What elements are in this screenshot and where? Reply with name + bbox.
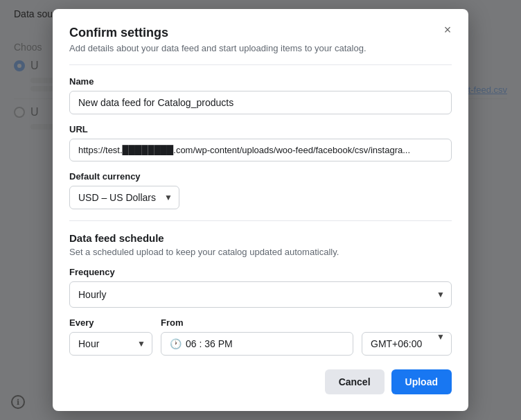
modal-subtitle: Add details about your data feed and sta… xyxy=(69,43,452,53)
timezone-group: GMT+06:00 GMT+00:00 GMT+05:30 GMT+08:00 … xyxy=(362,318,452,356)
url-field-group: URL xyxy=(69,124,452,161)
currency-select[interactable]: USD – US Dollars xyxy=(69,186,179,209)
frequency-select-wrapper: Hourly Daily Weekly ▼ xyxy=(69,281,452,308)
url-label: URL xyxy=(69,124,452,134)
every-label: Every xyxy=(69,317,152,328)
timezone-select[interactable]: GMT+06:00 GMT+00:00 GMT+05:30 GMT+08:00 xyxy=(362,332,452,356)
currency-field-group: Default currency USD – US Dollars ▼ xyxy=(69,171,452,209)
from-group: From 🕐 06 : 36 PM xyxy=(161,317,353,356)
timezone-select-wrapper: GMT+06:00 GMT+00:00 GMT+05:30 GMT+08:00 … xyxy=(362,318,452,356)
modal-footer: Cancel Upload xyxy=(69,369,452,394)
every-select[interactable]: Hour 2 Hours 3 Hours 4 Hours 6 Hours 8 H… xyxy=(69,332,152,356)
schedule-title: Data feed schedule xyxy=(69,232,452,244)
modal-dialog: × Confirm settings Add details about you… xyxy=(53,9,468,411)
name-label: Name xyxy=(69,76,452,87)
page-background: Data sources > Upload data feed Choos U … xyxy=(0,0,521,420)
cancel-button[interactable]: Cancel xyxy=(325,369,385,394)
close-button[interactable]: × xyxy=(438,20,457,40)
currency-select-wrapper: USD – US Dollars ▼ xyxy=(69,186,179,209)
time-value: 06 : 36 PM xyxy=(186,338,233,349)
frequency-label: Frequency xyxy=(69,267,452,277)
divider-1 xyxy=(69,64,452,65)
schedule-section: Data feed schedule Set a scheduled uploa… xyxy=(69,232,452,356)
time-input[interactable]: 🕐 06 : 36 PM xyxy=(161,332,353,356)
name-field-group: Name xyxy=(69,76,452,114)
modal-title: Confirm settings xyxy=(69,26,452,40)
from-label: From xyxy=(161,317,353,328)
every-select-wrapper: Hour 2 Hours 3 Hours 4 Hours 6 Hours 8 H… xyxy=(69,332,152,356)
frequency-select[interactable]: Hourly Daily Weekly xyxy=(69,281,452,308)
every-group: Every Hour 2 Hours 3 Hours 4 Hours 6 Hou… xyxy=(69,317,152,356)
modal-overlay: × Confirm settings Add details about you… xyxy=(0,0,521,420)
upload-button[interactable]: Upload xyxy=(391,369,452,394)
url-input[interactable] xyxy=(69,139,452,161)
name-input[interactable] xyxy=(69,91,452,114)
clock-icon: 🕐 xyxy=(170,338,182,349)
divider-2 xyxy=(69,220,452,221)
frequency-field-group: Frequency Hourly Daily Weekly ▼ xyxy=(69,267,452,308)
modal-header: Confirm settings Add details about your … xyxy=(69,26,452,53)
currency-label: Default currency xyxy=(69,171,452,182)
every-from-row: Every Hour 2 Hours 3 Hours 4 Hours 6 Hou… xyxy=(69,317,452,356)
schedule-subtitle: Set a scheduled upload to keep your cata… xyxy=(69,247,452,257)
